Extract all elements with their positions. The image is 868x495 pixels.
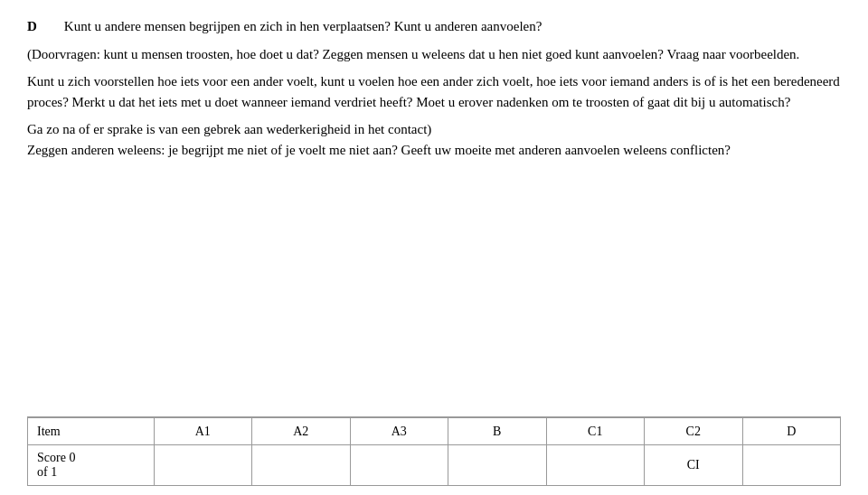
score-label: Score 0of 1 xyxy=(28,445,155,486)
score-cell-c1 xyxy=(546,445,645,486)
question-label: D xyxy=(27,19,37,33)
paragraph-3: Kunt u zich voorstellen hoe iets voor ee… xyxy=(27,71,841,112)
table-header-d: D xyxy=(742,418,841,445)
score-cell-a2 xyxy=(252,445,351,486)
main-container: D Kunt u andere mensen begrijpen en zich… xyxy=(0,0,868,495)
score-cell-b xyxy=(448,445,547,486)
score-table: Item A1 A2 A3 B C1 C2 D Score 0of 1 CI xyxy=(27,417,841,486)
score-cell-a3 xyxy=(350,445,448,486)
score-cell-a1 xyxy=(154,445,252,486)
score-cell-c2: CI xyxy=(645,445,743,486)
paragraph-1: D Kunt u andere mensen begrijpen en zich… xyxy=(27,16,841,37)
table-header-b: B xyxy=(448,418,547,445)
table-area: Item A1 A2 A3 B C1 C2 D Score 0of 1 CI xyxy=(27,416,841,486)
table-header-c2: C2 xyxy=(645,418,743,445)
paragraph-2: (Doorvragen: kunt u mensen troosten, hoe… xyxy=(27,44,841,65)
table-header-a1: A1 xyxy=(154,418,252,445)
table-header-item: Item xyxy=(28,418,155,445)
paragraph-4: Ga zo na of er sprake is van een gebrek … xyxy=(27,119,841,160)
table-header-c1: C1 xyxy=(546,418,645,445)
content-area: D Kunt u andere mensen begrijpen en zich… xyxy=(27,16,841,407)
score-cell-d xyxy=(742,445,841,486)
table-header-a3: A3 xyxy=(350,418,448,445)
table-header-a2: A2 xyxy=(252,418,351,445)
